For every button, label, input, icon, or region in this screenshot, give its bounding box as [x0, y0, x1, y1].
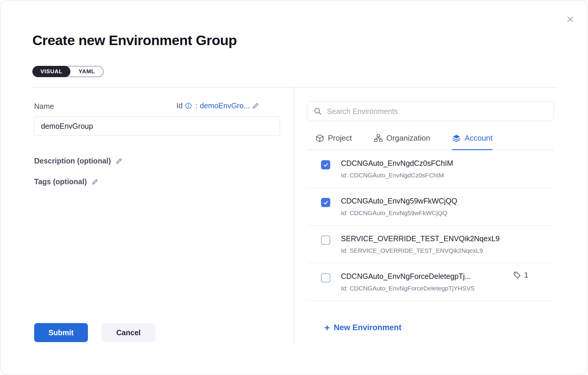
- environments-panel: Project Organization Account: [307, 101, 554, 332]
- edit-description-pencil-icon[interactable]: [116, 158, 122, 164]
- create-environment-group-modal: Create new Environment Group VISUAL YAML…: [0, 0, 588, 375]
- info-icon[interactable]: [185, 102, 192, 109]
- environment-checkbox[interactable]: [321, 273, 330, 282]
- description-row: Description (optional): [34, 157, 122, 165]
- cancel-button[interactable]: Cancel: [102, 323, 155, 342]
- id-label: Id: [176, 101, 183, 110]
- environment-texts: SERVICE_OVERRIDE_TEST_ENVQik2NqexL9 Id: …: [341, 234, 500, 254]
- name-input[interactable]: [34, 116, 280, 136]
- new-environment-label: New Environment: [334, 323, 402, 332]
- environment-name: CDCNGAuto_EnvNgForceDeletegpTj...: [341, 272, 475, 281]
- edit-id-pencil-icon[interactable]: [252, 102, 259, 109]
- toggle-yaml[interactable]: YAML: [70, 66, 103, 77]
- horizontal-divider: [32, 87, 558, 88]
- form-actions: Submit Cancel: [34, 323, 155, 342]
- close-icon[interactable]: [564, 13, 577, 26]
- submit-button[interactable]: Submit: [34, 323, 88, 342]
- entity-id-row: Id : demoEnvGro...: [176, 101, 259, 110]
- environment-texts: CDCNGAuto_EnvNgForceDeletegpTj... Id: CD…: [341, 272, 475, 292]
- environment-id: Id: CDCNGAuto_EnvNgForceDeletegpTjYHSVS: [341, 285, 475, 292]
- environment-name: SERVICE_OVERRIDE_TEST_ENVQik2NqexL9: [341, 234, 500, 243]
- environment-id: Id: SERVICE_OVERRIDE_TEST_ENVQik2NqexL9: [341, 247, 500, 254]
- name-label: Name: [34, 102, 54, 111]
- visual-yaml-toggle: VISUAL YAML: [32, 66, 104, 77]
- environment-row[interactable]: CDCNGAuto_EnvNgForceDeletegpTj... Id: CD…: [307, 263, 554, 301]
- environment-name: CDCNGAuto_EnvNgdCz0sFChIM: [341, 159, 453, 168]
- toggle-visual[interactable]: VISUAL: [32, 66, 70, 77]
- org-hierarchy-icon: [374, 134, 383, 143]
- environment-row[interactable]: CDCNGAuto_EnvNg59wFkWCjQQ Id: CDCNGAuto_…: [307, 188, 554, 225]
- cube-icon: [315, 134, 324, 143]
- environment-id: Id: CDCNGAuto_EnvNg59wFkWCjQQ: [341, 209, 457, 217]
- environment-name: CDCNGAuto_EnvNg59wFkWCjQQ: [341, 197, 457, 205]
- vertical-divider: [294, 88, 294, 345]
- id-value-link[interactable]: demoEnvGro...: [200, 101, 250, 110]
- environment-texts: CDCNGAuto_EnvNg59wFkWCjQQ Id: CDCNGAuto_…: [341, 197, 457, 217]
- page-title: Create new Environment Group: [32, 32, 237, 48]
- tag-count: 1: [524, 271, 528, 279]
- tab-organization[interactable]: Organization: [374, 134, 430, 150]
- environment-checkbox[interactable]: [321, 160, 330, 169]
- edit-tags-pencil-icon[interactable]: [91, 178, 98, 185]
- environment-checkbox[interactable]: [321, 236, 330, 245]
- layers-icon: [452, 134, 461, 143]
- environment-row[interactable]: CDCNGAuto_EnvNgdCz0sFChIM Id: CDCNGAuto_…: [307, 150, 554, 188]
- search-box: [307, 101, 554, 121]
- new-environment-button[interactable]: + New Environment: [324, 323, 402, 332]
- tags-row: Tags (optional): [34, 177, 98, 186]
- plus-icon: +: [324, 323, 330, 332]
- environment-list: CDCNGAuto_EnvNgdCz0sFChIM Id: CDCNGAuto_…: [307, 150, 554, 306]
- tab-account[interactable]: Account: [452, 134, 492, 150]
- description-label: Description (optional): [34, 157, 111, 165]
- environment-checkbox[interactable]: [321, 198, 330, 207]
- environment-texts: CDCNGAuto_EnvNgdCz0sFChIM Id: CDCNGAuto_…: [341, 159, 453, 179]
- id-colon: :: [195, 101, 197, 110]
- environment-id: Id: CDCNGAuto_EnvNgdCz0sFChIM: [341, 172, 453, 179]
- tab-organization-label: Organization: [386, 134, 430, 143]
- tab-project[interactable]: Project: [315, 134, 352, 150]
- scope-tabs: Project Organization Account: [307, 134, 554, 150]
- tab-account-label: Account: [464, 134, 492, 143]
- tags-label: Tags (optional): [34, 177, 87, 186]
- search-icon: [313, 107, 322, 116]
- tab-project-label: Project: [328, 134, 352, 143]
- tag-badge: 1: [513, 271, 528, 279]
- environment-row[interactable]: SERVICE_OVERRIDE_TEST_ENVQik2NqexL9 Id: …: [307, 225, 554, 263]
- search-environments-input[interactable]: [327, 107, 548, 116]
- tag-icon: [513, 271, 521, 279]
